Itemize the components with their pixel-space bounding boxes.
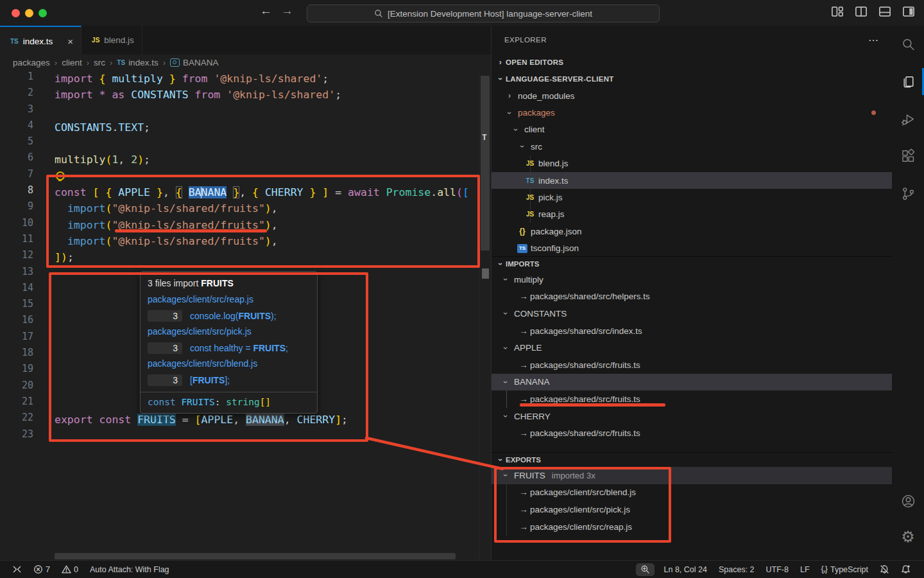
debug-icon[interactable] bbox=[892, 100, 924, 137]
settings-gear-icon[interactable]: ⚙ bbox=[892, 519, 924, 555]
tooltip-file-link[interactable]: packages/client/src/pick.js bbox=[148, 324, 310, 340]
code-line[interactable]: 4CONSTANTS.TEXT; bbox=[0, 119, 479, 136]
line-number-pill[interactable]: 3 bbox=[148, 310, 182, 322]
close-window-button[interactable] bbox=[12, 9, 20, 17]
import-item-multiply[interactable]: ›multiply bbox=[492, 271, 892, 288]
command-center-search[interactable]: [Extension Development Host] language-se… bbox=[307, 4, 660, 22]
tab-blend.js[interactable]: JSblend.js bbox=[81, 26, 142, 55]
import-path[interactable]: →packages/shared/src/fruits.ts bbox=[492, 356, 892, 374]
import-path[interactable]: →packages/shared/src/index.ts bbox=[492, 322, 892, 340]
code-line[interactable]: 12]); bbox=[0, 249, 479, 265]
extensions-icon[interactable] bbox=[892, 137, 924, 175]
tree-item-src[interactable]: ›src bbox=[492, 138, 892, 155]
line-number: 9 bbox=[0, 200, 33, 212]
status-item[interactable]: LF bbox=[794, 561, 816, 578]
tree-item-package.json[interactable]: {}package.json bbox=[492, 223, 892, 240]
code-line[interactable]: 11 import("@knip-ls/shared/fruits"), bbox=[0, 233, 479, 249]
status-item[interactable]: Ln 8, Col 24 bbox=[658, 561, 713, 578]
export-item-FRUITS[interactable]: ›FRUITSimported 3x bbox=[492, 467, 892, 484]
code-line[interactable]: 22export const FRUITS = [APPLE, BANANA, … bbox=[0, 412, 479, 428]
status-item[interactable]: Spaces: 2 bbox=[713, 561, 760, 578]
minimize-window-button[interactable] bbox=[25, 9, 33, 17]
line-number: 1 bbox=[0, 71, 33, 82]
code-text: import * as CONSTANTS from '@knip-ls/sha… bbox=[55, 89, 341, 101]
import-path[interactable]: →packages/shared/src/fruits.ts bbox=[492, 390, 892, 408]
code-line[interactable]: 9 import("@knip-ls/shared/fruits"), bbox=[0, 200, 479, 216]
vertical-scrollbar-thumb[interactable] bbox=[481, 76, 490, 250]
tree-item-packages[interactable]: ›packages bbox=[492, 104, 892, 121]
account-icon[interactable] bbox=[892, 483, 924, 519]
exports-section-header[interactable]: › EXPORTS bbox=[492, 453, 892, 467]
code-line[interactable]: 1import { multiply } from '@knip-ls/shar… bbox=[0, 71, 479, 87]
code-line[interactable]: 8const [ { APPLE }, { BANANA }, { CHERRY… bbox=[0, 184, 479, 200]
js-file-icon: JS bbox=[525, 211, 535, 218]
import-item-CONSTANTS[interactable]: ›CONSTANTS bbox=[492, 305, 892, 322]
code-line[interactable]: 5 bbox=[0, 136, 479, 152]
line-number-pill[interactable]: 3 bbox=[148, 342, 182, 354]
tooltip-file-link[interactable]: packages/client/src/reap.js bbox=[148, 292, 310, 308]
export-path[interactable]: →packages/client/src/blend.js bbox=[492, 484, 892, 502]
breadcrumb-item-BANANA[interactable]: BANANA bbox=[170, 58, 219, 67]
tree-item-index.ts[interactable]: TSindex.ts bbox=[492, 172, 892, 189]
tooltip-file-link[interactable]: packages/client/src/blend.js bbox=[148, 356, 310, 372]
explorer-icon[interactable] bbox=[892, 63, 924, 100]
arrow-right-icon: → bbox=[517, 394, 530, 404]
breadcrumb-item-src[interactable]: src bbox=[94, 58, 105, 67]
open-editors-section[interactable]: › OPEN EDITORS bbox=[492, 54, 892, 71]
export-path[interactable]: →packages/client/src/reap.js bbox=[492, 518, 892, 536]
tree-item-pick.js[interactable]: JSpick.js bbox=[492, 189, 892, 206]
import-item-BANANA[interactable]: ›BANANA bbox=[492, 374, 892, 391]
toggle-panel-icon[interactable] bbox=[878, 5, 891, 18]
tree-item-blend.js[interactable]: JSblend.js bbox=[492, 155, 892, 172]
code-line[interactable]: 10 import("@knip-ls/shared/fruits"), bbox=[0, 217, 479, 233]
horizontal-scrollbar-thumb[interactable] bbox=[55, 553, 456, 559]
warning-status-item[interactable]: 0 bbox=[56, 561, 84, 578]
lightbulb-icon[interactable] bbox=[56, 171, 65, 180]
split-editor-icon[interactable] bbox=[855, 5, 868, 18]
tree-item-client[interactable]: ›client bbox=[492, 121, 892, 138]
line-number: 10 bbox=[0, 217, 33, 229]
tree-item-tsconfig.json[interactable]: TStsconfig.json bbox=[492, 240, 892, 257]
chevron-down-icon: › bbox=[496, 259, 505, 269]
code-line[interactable]: 2import * as CONSTANTS from '@knip-ls/sh… bbox=[0, 87, 479, 103]
search-icon[interactable] bbox=[892, 26, 924, 63]
source-control-icon[interactable] bbox=[892, 175, 924, 212]
braces-status-item[interactable]: {x}TypeScript bbox=[816, 561, 874, 578]
code-line[interactable]: 7 bbox=[0, 168, 479, 184]
import-item-CHERRY[interactable]: ›CHERRY bbox=[492, 408, 892, 425]
remote-status-item[interactable] bbox=[6, 561, 28, 578]
import-path[interactable]: →packages/shared/src/fruits.ts bbox=[492, 425, 892, 442]
breadcrumb-item-index.ts[interactable]: TSindex.ts bbox=[117, 58, 158, 67]
tree-item-node_modules[interactable]: ›node_modules bbox=[492, 87, 892, 104]
tab-index.ts[interactable]: TSindex.ts× bbox=[0, 26, 81, 55]
zoom-window-button[interactable] bbox=[38, 9, 47, 17]
line-number: 14 bbox=[0, 282, 33, 293]
breadcrumb-item-client[interactable]: client bbox=[62, 58, 82, 67]
back-arrow-icon[interactable]: ← bbox=[260, 4, 272, 18]
tree-item-reap.js[interactable]: JSreap.js bbox=[492, 206, 892, 223]
status-item[interactable]: UTF-8 bbox=[760, 561, 794, 578]
chevron-down-icon: › bbox=[501, 343, 510, 353]
import-path[interactable]: →packages/shared/src/helpers.ts bbox=[492, 288, 892, 306]
code-line[interactable]: 6multiply(1, 2); bbox=[0, 152, 479, 168]
more-actions-icon[interactable]: ⋯ bbox=[868, 34, 879, 46]
bell-slash-status-item[interactable] bbox=[874, 561, 895, 578]
code-line[interactable]: 3 bbox=[0, 103, 479, 119]
zoom-status-item[interactable] bbox=[636, 563, 654, 576]
line-number: 2 bbox=[0, 87, 33, 98]
customize-layout-icon[interactable] bbox=[831, 5, 844, 18]
imports-section-header[interactable]: › IMPORTS bbox=[492, 257, 892, 271]
close-tab-icon[interactable]: × bbox=[67, 36, 73, 47]
line-number-pill[interactable]: 3 bbox=[148, 374, 182, 386]
forward-arrow-icon[interactable]: → bbox=[281, 4, 293, 18]
error-status-item[interactable]: 7 bbox=[28, 561, 56, 578]
import-item-APPLE[interactable]: ›APPLE bbox=[492, 339, 892, 356]
breadcrumb-item-packages[interactable]: packages bbox=[13, 58, 50, 67]
bell-dot-status-item[interactable] bbox=[895, 561, 916, 578]
export-path[interactable]: →packages/client/src/pick.js bbox=[492, 501, 892, 518]
tree-item-label: index.ts bbox=[538, 176, 569, 186]
status-item[interactable]: Auto Attach: With Flag bbox=[84, 561, 175, 578]
code-line[interactable]: 23 bbox=[0, 428, 479, 444]
project-root-folder[interactable]: › LANGUAGE-SERVER-CLIENT bbox=[492, 71, 892, 87]
toggle-secondary-sidebar-icon[interactable] bbox=[902, 5, 915, 18]
